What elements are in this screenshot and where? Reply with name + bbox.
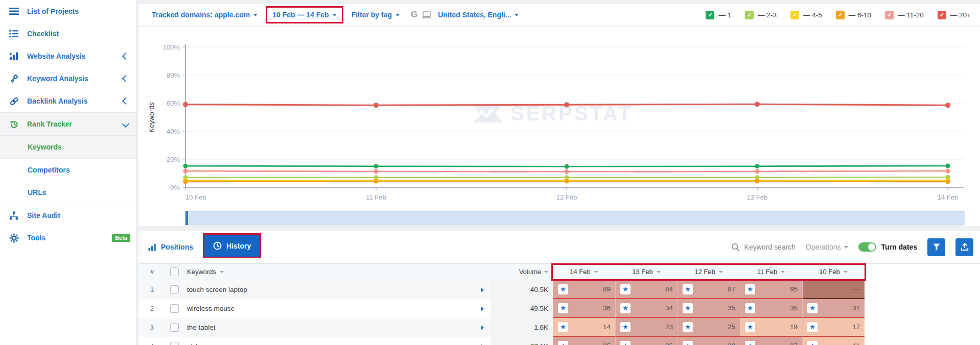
date-range-dropdown[interactable]: 10 Feb — 14 Feb (272, 11, 336, 19)
star-icon[interactable]: ★ (558, 303, 568, 313)
filter-button[interactable] (927, 238, 945, 256)
column-header-keywords[interactable]: Keywords (183, 264, 491, 280)
chevron-left-icon[interactable] (122, 53, 129, 60)
star-icon[interactable]: ★ (807, 341, 818, 345)
expand-arrow-icon[interactable] (481, 287, 484, 292)
svg-text:60%: 60% (167, 100, 180, 107)
star-icon[interactable]: ★ (620, 341, 631, 345)
sidebar-item-keywords[interactable]: Keywords (0, 136, 136, 159)
filter-by-tag-dropdown[interactable]: Filter by tag (352, 11, 400, 19)
row-checkbox[interactable] (170, 323, 179, 332)
chevron-left-icon[interactable] (122, 97, 129, 105)
sidebar-item-rank-tracker[interactable]: Rank Tracker (0, 112, 136, 136)
keyword-cell[interactable]: wireless mouse (183, 299, 491, 318)
keyword-cell[interactable]: the tablet (183, 318, 491, 337)
legend-checkbox[interactable]: ✓ (790, 11, 799, 19)
keyword-search-placeholder: Keyword search (744, 243, 796, 251)
column-header-date-12-feb[interactable]: 12 Feb (678, 264, 740, 280)
date-header-label: 11 Feb (757, 268, 778, 276)
chevron-down-icon[interactable] (122, 120, 129, 128)
position-value: 35 (728, 304, 735, 312)
operations-dropdown[interactable]: Operations (806, 243, 848, 251)
sidebar-item-checklist[interactable]: Checklist (0, 22, 136, 45)
legend-label: — 2-3 (758, 11, 777, 19)
sidebar-item-site-audit[interactable]: Site Audit (0, 204, 136, 227)
legend-checkbox[interactable]: ✓ (706, 11, 714, 19)
star-icon[interactable]: ★ (683, 341, 693, 345)
legend-checkbox[interactable]: ✓ (938, 11, 946, 19)
star-icon[interactable]: ★ (745, 284, 755, 294)
star-icon[interactable]: ★ (807, 322, 818, 332)
star-icon[interactable]: ★ (745, 303, 755, 313)
legend-item-23[interactable]: ✓— 2-3 (745, 11, 777, 19)
legend-item-20+[interactable]: ✓— 20+ (938, 11, 971, 19)
select-all-checkbox[interactable] (170, 267, 179, 276)
sidebar-item-urls[interactable]: URLs (0, 181, 136, 204)
tracked-domains-dropdown[interactable]: Tracked domains: apple.com (152, 11, 258, 19)
chevron-left-icon[interactable] (122, 75, 129, 82)
chart-range-scrollbar[interactable] (185, 211, 964, 225)
sidebar-item-keyword-analysis[interactable]: Keyword Analysis (0, 67, 136, 90)
legend-checkbox[interactable]: ✓ (745, 11, 754, 19)
tabs-row: Positions History Keyword search Operati… (138, 231, 980, 264)
sidebar-item-competitors[interactable]: Competitors (0, 159, 136, 181)
sort-icon (657, 271, 661, 273)
location-dropdown[interactable]: United States, Engli... (438, 11, 519, 19)
date-range-label: 10 Feb — 14 Feb (272, 11, 329, 19)
star-icon[interactable]: ★ (683, 284, 693, 294)
date-range-annotation: 10 Feb — 14 Feb (266, 6, 343, 23)
position-value: 14 (603, 323, 611, 331)
sidebar-item-backlink-analysis[interactable]: Backlink Analysis (0, 90, 136, 112)
legend-label: — 6-10 (849, 11, 871, 19)
star-icon[interactable]: ★ (620, 303, 631, 313)
star-icon[interactable]: ★ (620, 284, 631, 294)
column-header-date-11-feb[interactable]: 11 Feb (740, 264, 802, 280)
legend-checkbox[interactable]: ✓ (885, 11, 894, 19)
star-icon[interactable]: ★ (620, 322, 631, 332)
sidebar-item-tools[interactable]: ToolsBeta (0, 227, 136, 249)
column-header-volume[interactable]: Volume (491, 264, 553, 280)
export-icon (960, 242, 969, 252)
sidebar-item-label: List of Projects (27, 7, 79, 15)
legend-checkbox[interactable]: ✓ (836, 11, 845, 19)
export-button[interactable] (955, 238, 973, 256)
position-cell: ★87 (678, 280, 740, 299)
keyword-cell[interactable]: touch screen laptop (183, 280, 491, 299)
date-header-label: 14 Feb (570, 268, 590, 276)
sidebar-item-website-analysis[interactable]: Website Analysis (0, 45, 136, 67)
range-handle-left[interactable] (185, 211, 188, 225)
legend-item-45[interactable]: ✓— 4-5 (790, 11, 822, 19)
rank-tracker-icon (9, 119, 19, 129)
expand-arrow-icon[interactable] (481, 306, 484, 311)
star-icon[interactable]: ★ (807, 303, 818, 313)
star-icon[interactable]: ★ (745, 341, 755, 345)
sidebar-item-list-of-projects[interactable]: List of Projects (0, 0, 136, 22)
position-cell: ★14 (553, 318, 615, 337)
row-checkbox[interactable] (170, 304, 179, 313)
star-icon[interactable]: ★ (683, 322, 693, 332)
position-cell: ★89 (553, 280, 615, 299)
keyword-search-input[interactable]: Keyword search (731, 243, 796, 252)
expand-arrow-icon[interactable] (481, 325, 484, 330)
column-header-date-14-feb[interactable]: 14 Feb (553, 264, 615, 280)
date-header-label: 13 Feb (632, 268, 652, 276)
row-checkbox[interactable] (170, 285, 179, 294)
star-icon[interactable]: ★ (558, 322, 568, 332)
tab-history[interactable]: History (204, 235, 260, 257)
tab-positions[interactable]: Positions (140, 231, 201, 263)
star-icon[interactable]: ★ (558, 284, 568, 294)
table-header-row: #KeywordsVolume14 Feb13 Feb12 Feb11 Feb1… (138, 264, 865, 280)
keyword-cell[interactable]: stylus (183, 337, 491, 345)
star-icon[interactable]: ★ (683, 303, 693, 313)
row-number: 4 (138, 337, 166, 345)
column-header-date-10-feb[interactable]: 10 Feb (802, 264, 865, 280)
legend-item-610[interactable]: ✓— 6-10 (836, 11, 871, 19)
legend-item-1[interactable]: ✓— 1 (706, 11, 731, 19)
row-checkbox[interactable] (170, 342, 179, 345)
column-header-date-13-feb[interactable]: 13 Feb (615, 264, 678, 280)
series-point (755, 169, 760, 174)
star-icon[interactable]: ★ (745, 322, 755, 332)
turn-dates-toggle[interactable] (858, 242, 876, 252)
legend-item-1120[interactable]: ✓— 11-20 (885, 11, 924, 19)
star-icon[interactable]: ★ (558, 341, 568, 345)
